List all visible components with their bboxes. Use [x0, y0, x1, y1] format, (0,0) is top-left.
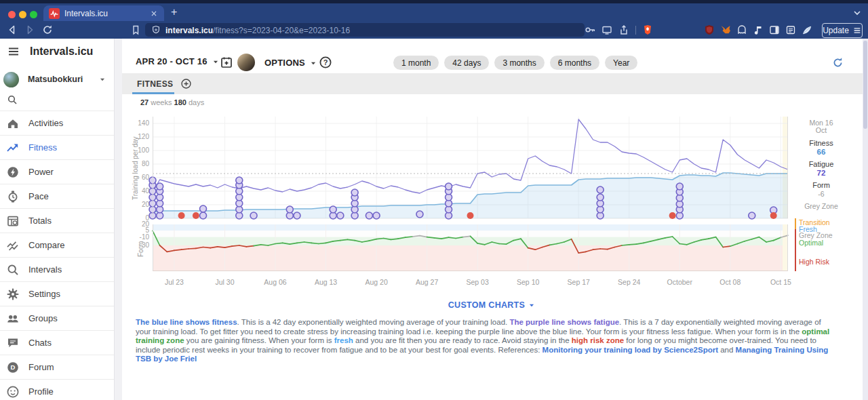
tab-list-chevron-icon[interactable] [852, 7, 863, 18]
fox-extension-icon[interactable] [720, 24, 731, 35]
sidebar-item-label: Forum [28, 362, 54, 372]
tab-fitness[interactable]: FITNESS [137, 73, 173, 94]
compare-icon [6, 239, 20, 252]
new-tab-button[interactable]: + [171, 7, 177, 18]
url-bar[interactable]: intervals.icu/fitness?s=2023-04-20&e=202… [145, 23, 585, 37]
options-label: OPTIONS [264, 58, 305, 68]
sidebar: Intervals.icu Matsubokkuri ActivitiesFit… [0, 39, 114, 400]
chat-icon [6, 336, 20, 350]
weeks-value: 27 [140, 98, 149, 106]
sidebar-item-chats[interactable]: Chats [0, 330, 114, 355]
update-button[interactable]: Update [822, 23, 863, 38]
user-name: Matsubokkuri [28, 75, 89, 84]
brave-shield-icon[interactable] [642, 24, 653, 35]
sidebar-item-totals[interactable]: Totals [0, 208, 114, 233]
screen: Intervals.icu + intervals.icu/fitness?s=… [0, 0, 868, 400]
add-chart-tab-button[interactable] [180, 78, 192, 89]
range-buttons: 1 month42 days3 months6 monthsYear [393, 56, 637, 70]
summary-fitness-value: 66 [792, 148, 850, 156]
custom-charts-label: CUSTOM CHARTS [448, 300, 525, 310]
description-text: The blue line shows fitness [136, 318, 237, 326]
description-text: high risk zone [572, 336, 624, 344]
cast-icon[interactable] [601, 24, 612, 35]
ghost-extension-icon[interactable] [736, 24, 747, 35]
range-button-1-month[interactable]: 1 month [393, 56, 439, 70]
sidebar-scrollbar[interactable] [114, 39, 122, 400]
sidebar-item-fitness[interactable]: Fitness [0, 135, 114, 159]
zone-label-grey-zone: Grey Zone [799, 231, 833, 239]
calendar-button[interactable] [220, 56, 233, 69]
date-range-selector[interactable]: APR 20 - OCT 16 [136, 56, 220, 66]
x-tick-october: October [659, 278, 700, 286]
close-tab-icon[interactable] [149, 9, 159, 18]
days-value: 180 [174, 98, 186, 106]
athlete-avatar[interactable] [237, 54, 255, 71]
sidebar-item-pace[interactable]: Pace [0, 184, 114, 208]
key-icon[interactable] [585, 24, 595, 35]
reload-button[interactable] [42, 24, 53, 35]
media-extension-icon[interactable] [753, 24, 764, 35]
refresh-button[interactable] [831, 56, 844, 69]
sidebar-item-label: Groups [28, 313, 58, 323]
sidebar-item-label: Intervals [28, 264, 62, 275]
power-icon [6, 165, 20, 179]
minimize-window-button[interactable] [19, 11, 26, 18]
options-menu[interactable]: OPTIONS [264, 58, 318, 68]
site-info-shield-icon[interactable] [151, 25, 161, 35]
range-button-42-days[interactable]: 42 days [444, 56, 489, 70]
trend-icon [6, 141, 20, 155]
back-button[interactable] [7, 24, 18, 35]
bookmark-icon[interactable] [130, 24, 141, 35]
feather-extension-icon[interactable] [802, 24, 812, 35]
home-icon [6, 117, 20, 130]
range-button-3-months[interactable]: 3 months [494, 56, 544, 70]
days-unit: days [189, 98, 204, 106]
url-host: intervals.icu [165, 26, 213, 35]
forward-button[interactable] [24, 24, 35, 35]
summary-fatigue-label: Fatigue [792, 160, 850, 168]
description-text: you are gaining fitness. When your form … [184, 336, 334, 344]
sidebar-item-forum[interactable]: DForum [0, 355, 114, 379]
sidebar-item-label: Totals [28, 216, 52, 226]
scrollbar-thumb[interactable] [863, 41, 867, 129]
forum-icon: D [6, 361, 20, 374]
user-menu[interactable]: Matsubokkuri [0, 66, 114, 93]
range-button-6-months[interactable]: 6 months [550, 56, 599, 70]
share-icon[interactable] [618, 24, 629, 35]
sidebar-extension-icon[interactable] [769, 24, 780, 35]
sidebar-item-label: Profile [28, 386, 54, 397]
fitness-chart[interactable] [153, 117, 788, 274]
user-avatar [3, 72, 19, 87]
help-button[interactable]: ? [319, 56, 332, 69]
sidebar-item-activities[interactable]: Activities [0, 111, 114, 135]
description-text: . This is a 42 day exponentially weighte… [237, 318, 510, 326]
fitness-description: The blue line shows fitness. This is a 4… [136, 318, 838, 364]
custom-charts-button[interactable]: CUSTOM CHARTS [122, 300, 863, 310]
sidebar-item-intervals[interactable]: Intervals [0, 257, 114, 281]
svg-text:?: ? [323, 58, 328, 66]
close-window-button[interactable] [8, 11, 16, 18]
sidebar-item-compare[interactable]: Compare [0, 233, 114, 257]
ublock-extension-icon[interactable] [704, 24, 715, 35]
sidebar-item-label: Pace [28, 191, 49, 201]
sidebar-search[interactable] [0, 94, 114, 111]
range-button-year[interactable]: Year [605, 56, 637, 70]
page-scrollbar[interactable] [863, 39, 868, 400]
sidebar-header: Intervals.icu [0, 39, 114, 64]
menu-icon [852, 26, 862, 35]
sidebar-item-settings[interactable]: Settings [0, 281, 114, 306]
update-label: Update [823, 26, 849, 35]
sidebar-item-groups[interactable]: Groups [0, 306, 114, 330]
weeks-unit: weeks [151, 98, 172, 106]
sidebar-item-profile[interactable]: Profile [0, 379, 114, 400]
sidebar-item-power[interactable]: Power [0, 159, 114, 184]
x-tick-oct-15: Oct 15 [760, 278, 801, 286]
reader-extension-icon[interactable] [785, 24, 796, 35]
reference-link[interactable]: Monitoring your training load by Science… [542, 346, 718, 354]
hamburger-menu-icon[interactable] [7, 45, 20, 58]
toolbar-icon-group [585, 24, 653, 36]
active-tab-underline [132, 92, 174, 94]
browser-tab[interactable]: Intervals.icu [43, 5, 164, 21]
svg-text:D: D [11, 363, 16, 371]
zoom-window-button[interactable] [30, 11, 37, 18]
